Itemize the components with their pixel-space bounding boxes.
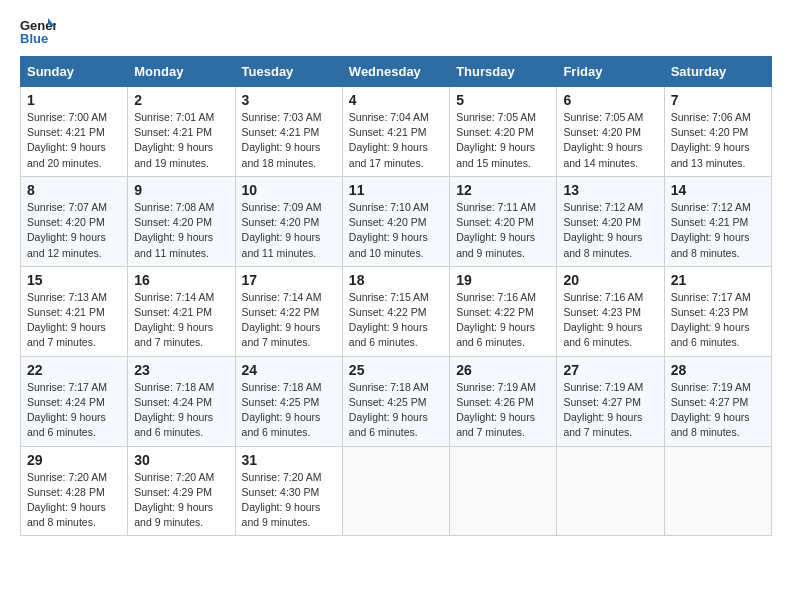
header-friday: Friday	[557, 57, 664, 87]
day-info: Sunrise: 7:16 AMSunset: 4:23 PMDaylight:…	[563, 290, 657, 351]
calendar-cell: 1Sunrise: 7:00 AMSunset: 4:21 PMDaylight…	[21, 87, 128, 177]
calendar-cell: 5Sunrise: 7:05 AMSunset: 4:20 PMDaylight…	[450, 87, 557, 177]
calendar-cell: 6Sunrise: 7:05 AMSunset: 4:20 PMDaylight…	[557, 87, 664, 177]
header-sunday: Sunday	[21, 57, 128, 87]
day-number: 20	[563, 272, 657, 288]
day-number: 23	[134, 362, 228, 378]
calendar-cell: 24Sunrise: 7:18 AMSunset: 4:25 PMDayligh…	[235, 356, 342, 446]
day-info: Sunrise: 7:04 AMSunset: 4:21 PMDaylight:…	[349, 110, 443, 171]
day-info: Sunrise: 7:19 AMSunset: 4:26 PMDaylight:…	[456, 380, 550, 441]
day-number: 14	[671, 182, 765, 198]
day-info: Sunrise: 7:15 AMSunset: 4:22 PMDaylight:…	[349, 290, 443, 351]
day-number: 13	[563, 182, 657, 198]
day-number: 26	[456, 362, 550, 378]
calendar-cell: 9Sunrise: 7:08 AMSunset: 4:20 PMDaylight…	[128, 176, 235, 266]
day-number: 15	[27, 272, 121, 288]
header-row: SundayMondayTuesdayWednesdayThursdayFrid…	[21, 57, 772, 87]
calendar-cell: 4Sunrise: 7:04 AMSunset: 4:21 PMDaylight…	[342, 87, 449, 177]
day-number: 9	[134, 182, 228, 198]
calendar-cell: 16Sunrise: 7:14 AMSunset: 4:21 PMDayligh…	[128, 266, 235, 356]
header-wednesday: Wednesday	[342, 57, 449, 87]
header-tuesday: Tuesday	[235, 57, 342, 87]
header-saturday: Saturday	[664, 57, 771, 87]
day-number: 11	[349, 182, 443, 198]
day-info: Sunrise: 7:12 AMSunset: 4:20 PMDaylight:…	[563, 200, 657, 261]
day-number: 25	[349, 362, 443, 378]
day-info: Sunrise: 7:20 AMSunset: 4:28 PMDaylight:…	[27, 470, 121, 531]
day-info: Sunrise: 7:19 AMSunset: 4:27 PMDaylight:…	[563, 380, 657, 441]
calendar-cell: 13Sunrise: 7:12 AMSunset: 4:20 PMDayligh…	[557, 176, 664, 266]
week-row-5: 29Sunrise: 7:20 AMSunset: 4:28 PMDayligh…	[21, 446, 772, 536]
day-info: Sunrise: 7:05 AMSunset: 4:20 PMDaylight:…	[563, 110, 657, 171]
day-number: 12	[456, 182, 550, 198]
calendar-cell: 12Sunrise: 7:11 AMSunset: 4:20 PMDayligh…	[450, 176, 557, 266]
day-number: 19	[456, 272, 550, 288]
day-info: Sunrise: 7:17 AMSunset: 4:23 PMDaylight:…	[671, 290, 765, 351]
week-row-3: 15Sunrise: 7:13 AMSunset: 4:21 PMDayligh…	[21, 266, 772, 356]
day-number: 28	[671, 362, 765, 378]
day-info: Sunrise: 7:18 AMSunset: 4:25 PMDaylight:…	[349, 380, 443, 441]
day-info: Sunrise: 7:16 AMSunset: 4:22 PMDaylight:…	[456, 290, 550, 351]
day-info: Sunrise: 7:19 AMSunset: 4:27 PMDaylight:…	[671, 380, 765, 441]
svg-text:Blue: Blue	[20, 31, 48, 46]
calendar-cell: 10Sunrise: 7:09 AMSunset: 4:20 PMDayligh…	[235, 176, 342, 266]
day-info: Sunrise: 7:17 AMSunset: 4:24 PMDaylight:…	[27, 380, 121, 441]
week-row-2: 8Sunrise: 7:07 AMSunset: 4:20 PMDaylight…	[21, 176, 772, 266]
calendar-cell: 26Sunrise: 7:19 AMSunset: 4:26 PMDayligh…	[450, 356, 557, 446]
week-row-4: 22Sunrise: 7:17 AMSunset: 4:24 PMDayligh…	[21, 356, 772, 446]
calendar-cell: 3Sunrise: 7:03 AMSunset: 4:21 PMDaylight…	[235, 87, 342, 177]
day-number: 7	[671, 92, 765, 108]
day-number: 8	[27, 182, 121, 198]
day-info: Sunrise: 7:14 AMSunset: 4:21 PMDaylight:…	[134, 290, 228, 351]
calendar-cell: 27Sunrise: 7:19 AMSunset: 4:27 PMDayligh…	[557, 356, 664, 446]
day-info: Sunrise: 7:05 AMSunset: 4:20 PMDaylight:…	[456, 110, 550, 171]
day-info: Sunrise: 7:09 AMSunset: 4:20 PMDaylight:…	[242, 200, 336, 261]
day-number: 3	[242, 92, 336, 108]
day-number: 31	[242, 452, 336, 468]
day-number: 18	[349, 272, 443, 288]
day-info: Sunrise: 7:08 AMSunset: 4:20 PMDaylight:…	[134, 200, 228, 261]
day-number: 21	[671, 272, 765, 288]
day-info: Sunrise: 7:12 AMSunset: 4:21 PMDaylight:…	[671, 200, 765, 261]
day-number: 5	[456, 92, 550, 108]
day-info: Sunrise: 7:14 AMSunset: 4:22 PMDaylight:…	[242, 290, 336, 351]
calendar-cell	[450, 446, 557, 536]
calendar-cell: 25Sunrise: 7:18 AMSunset: 4:25 PMDayligh…	[342, 356, 449, 446]
day-info: Sunrise: 7:13 AMSunset: 4:21 PMDaylight:…	[27, 290, 121, 351]
calendar-cell: 30Sunrise: 7:20 AMSunset: 4:29 PMDayligh…	[128, 446, 235, 536]
day-number: 16	[134, 272, 228, 288]
day-number: 27	[563, 362, 657, 378]
page-header: General Blue	[20, 16, 772, 46]
calendar-cell	[664, 446, 771, 536]
calendar-cell: 23Sunrise: 7:18 AMSunset: 4:24 PMDayligh…	[128, 356, 235, 446]
day-info: Sunrise: 7:20 AMSunset: 4:30 PMDaylight:…	[242, 470, 336, 531]
day-number: 10	[242, 182, 336, 198]
calendar-cell: 20Sunrise: 7:16 AMSunset: 4:23 PMDayligh…	[557, 266, 664, 356]
day-info: Sunrise: 7:00 AMSunset: 4:21 PMDaylight:…	[27, 110, 121, 171]
calendar-cell: 8Sunrise: 7:07 AMSunset: 4:20 PMDaylight…	[21, 176, 128, 266]
calendar-cell: 21Sunrise: 7:17 AMSunset: 4:23 PMDayligh…	[664, 266, 771, 356]
day-number: 1	[27, 92, 121, 108]
calendar-cell: 14Sunrise: 7:12 AMSunset: 4:21 PMDayligh…	[664, 176, 771, 266]
calendar-cell: 18Sunrise: 7:15 AMSunset: 4:22 PMDayligh…	[342, 266, 449, 356]
day-number: 22	[27, 362, 121, 378]
calendar-cell: 19Sunrise: 7:16 AMSunset: 4:22 PMDayligh…	[450, 266, 557, 356]
day-info: Sunrise: 7:18 AMSunset: 4:24 PMDaylight:…	[134, 380, 228, 441]
day-info: Sunrise: 7:11 AMSunset: 4:20 PMDaylight:…	[456, 200, 550, 261]
day-number: 30	[134, 452, 228, 468]
day-number: 2	[134, 92, 228, 108]
calendar-cell: 7Sunrise: 7:06 AMSunset: 4:20 PMDaylight…	[664, 87, 771, 177]
logo-icon: General Blue	[20, 16, 56, 46]
logo: General Blue	[20, 16, 56, 46]
week-row-1: 1Sunrise: 7:00 AMSunset: 4:21 PMDaylight…	[21, 87, 772, 177]
day-number: 24	[242, 362, 336, 378]
header-thursday: Thursday	[450, 57, 557, 87]
calendar-cell: 11Sunrise: 7:10 AMSunset: 4:20 PMDayligh…	[342, 176, 449, 266]
calendar-cell	[342, 446, 449, 536]
day-info: Sunrise: 7:01 AMSunset: 4:21 PMDaylight:…	[134, 110, 228, 171]
day-info: Sunrise: 7:06 AMSunset: 4:20 PMDaylight:…	[671, 110, 765, 171]
day-info: Sunrise: 7:03 AMSunset: 4:21 PMDaylight:…	[242, 110, 336, 171]
calendar-cell	[557, 446, 664, 536]
calendar-table: SundayMondayTuesdayWednesdayThursdayFrid…	[20, 56, 772, 536]
day-number: 6	[563, 92, 657, 108]
